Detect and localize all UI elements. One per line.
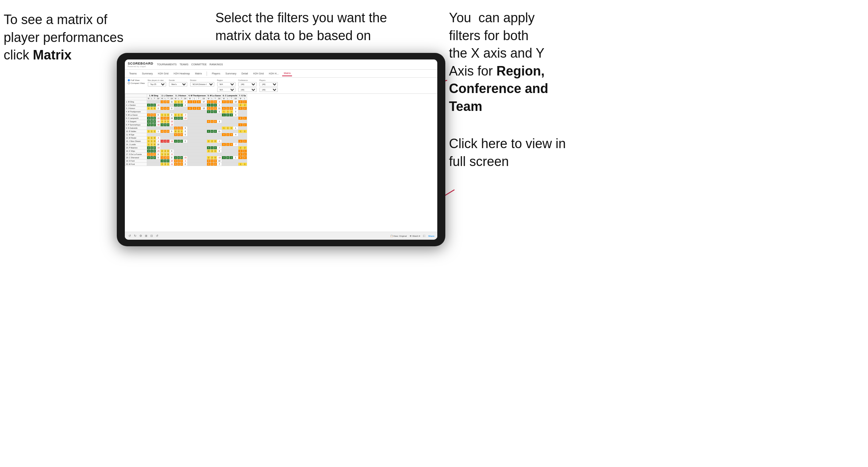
fullscreen-btn[interactable]: ⛶ — [423, 235, 425, 237]
cell-r10-c2-0: 0 — [174, 133, 177, 136]
full-view-label[interactable]: Full View — [128, 79, 145, 81]
tab-summary[interactable]: Summary — [141, 71, 154, 76]
cell-r19-c2-1: 1 — [177, 163, 180, 166]
cell-r14-c0-0: 2 — [147, 146, 150, 150]
players-select[interactable]: (All) — [260, 82, 278, 86]
conference-select2[interactable]: (All) — [238, 88, 257, 92]
cell-r0-c1-3: 11 — [169, 100, 174, 104]
tab-h2h-h[interactable]: H2H H... — [268, 71, 280, 76]
share-btn[interactable]: Share — [428, 235, 434, 237]
settings-btn[interactable]: ⚙ — [139, 234, 143, 238]
region-select2[interactable]: N/A — [217, 88, 235, 92]
gender-select[interactable]: Men's — [169, 82, 187, 86]
col-2-header: 2. L Clanton — [161, 94, 174, 97]
cell-empty-r3-c6-1 — [243, 110, 247, 113]
cell-r8-c2-2: 0 — [180, 127, 183, 130]
cell-r18-c1-0: 2 — [161, 159, 164, 163]
tab-matrix[interactable]: Matrix — [282, 71, 292, 76]
cell-r3-c5-3: 0 — [233, 110, 238, 113]
cell-empty-r8-c6-0 — [238, 127, 243, 130]
tab-players[interactable]: Players — [210, 71, 222, 76]
cell-r17-c2-1: 0 — [177, 156, 180, 159]
undo-btn[interactable]: ↺ — [128, 234, 132, 238]
cell-diag-r12-c5 — [222, 140, 238, 143]
cell-r6-c1-2: 0 — [167, 120, 170, 123]
tab-matrix-left[interactable]: Matrix — [193, 71, 203, 76]
conference-select[interactable]: (All) — [238, 82, 257, 86]
cell-diag-r2-c2 — [174, 107, 188, 110]
cell-r6-c0-3: -16 — [156, 120, 160, 123]
cell-r4-c2-3: -3 — [183, 113, 187, 117]
tab-h2h-grid2[interactable]: H2H Grid — [251, 71, 265, 76]
compact-view-radio[interactable] — [128, 82, 130, 84]
full-view-radio[interactable] — [128, 79, 130, 81]
division-select[interactable]: NCAA Division I — [190, 82, 214, 86]
cell-r0-c6-l: 2 — [243, 100, 247, 104]
redo-btn[interactable]: ↻ — [133, 234, 137, 238]
cell-diag-r15-c2 — [174, 150, 188, 153]
players-select2[interactable]: (All) — [260, 88, 278, 92]
nav-committee[interactable]: COMMITTEE — [191, 63, 207, 66]
nav-rankings[interactable]: RANKINGS — [210, 63, 223, 66]
cell-r17-c4-1: 2 — [211, 156, 214, 159]
cell-r5-c6-l: 1 — [243, 117, 247, 120]
bottom-toolbar: ↺ ↻ ⚙ ⊞ ⊡ ↺ 📋 View: Original 👁 Watch ▾ ⛶… — [125, 232, 437, 240]
cell-empty-r18-c6-0 — [238, 159, 243, 163]
cell-r2-c3-1: 1 — [192, 107, 196, 110]
cell-r19-c2-3: 0 — [183, 163, 187, 166]
reset-btn[interactable]: ↺ — [155, 234, 159, 238]
cell-r0-c2-0: 1 — [174, 100, 177, 104]
row-header-16: 17. S De La Fuente — [125, 153, 147, 156]
nav-tournaments[interactable]: TOURNAMENTS — [157, 63, 177, 66]
cell-r3-c4-1: 0 — [211, 110, 214, 113]
cell-r12-c2-1: 0 — [177, 140, 180, 143]
fit-btn[interactable]: ⊡ — [150, 234, 154, 238]
region-select[interactable]: N/A — [217, 82, 235, 86]
cell-diag-r5-c3 — [188, 117, 207, 120]
cell-diag-r11-c5 — [222, 136, 238, 140]
cell-r9-c6-w: 1 — [238, 130, 243, 133]
cell-r5-c0-1: 0 — [150, 117, 153, 120]
cell-r1-c4-2: 0 — [214, 104, 217, 107]
cell-diag-r8-c1 — [161, 127, 174, 130]
cell-r0-c5-3: 13 — [233, 100, 238, 104]
cell-r1-c2-0: 1 — [174, 104, 177, 107]
cell-r18-c4-3: 13 — [217, 159, 222, 163]
compact-view-label[interactable]: Compact View — [128, 82, 145, 84]
nav-teams[interactable]: TEAMS — [180, 63, 188, 66]
cell-r9-c1-0: 0 — [161, 130, 164, 133]
cell-r5-c2-0: 3 — [174, 117, 177, 120]
row-header-1: 2. L Clanton — [125, 104, 147, 107]
cell-r17-c5-0: 3 — [222, 156, 226, 159]
cell-r9-c0-0: 1 — [147, 130, 150, 133]
matrix-container[interactable]: 1. W Ding 2. L Clanton 3. J Koivun 4. M … — [125, 94, 437, 238]
cell-r12-c6-w: 1 — [238, 140, 243, 143]
cell-r18-c2-2: 0 — [180, 159, 183, 163]
max-players-filter: Max players in view Top 25 — [148, 79, 166, 86]
watch-btn[interactable]: 👁 Watch ▾ — [410, 235, 420, 237]
tab-h2h-heatmap[interactable]: H2H Heatmap — [172, 71, 191, 76]
cell-empty-r11-c6-0 — [238, 136, 243, 140]
cell-diag-r8-c4 — [207, 127, 222, 130]
cell-diag-r7-c2 — [174, 123, 188, 127]
cell-r19-c1-3: -11 — [169, 163, 174, 166]
cell-empty-r3-c6-0 — [238, 110, 243, 113]
tab-teams[interactable]: Teams — [128, 71, 138, 76]
cell-r18-c2-0: 0 — [174, 159, 177, 163]
cell-r0-c4-1: 1 — [211, 100, 214, 104]
max-players-select[interactable]: Top 25 — [148, 82, 166, 86]
cell-diag-r11-c4 — [207, 136, 222, 140]
cell-r15-c1-1: 2 — [164, 150, 167, 153]
cell-r5-c6-w: 0 — [238, 117, 243, 120]
tab-h2h-grid[interactable]: H2H Grid — [157, 71, 170, 76]
zoom-btn[interactable]: ⊞ — [144, 234, 148, 238]
view-radio-group: Full View Compact View — [128, 79, 145, 84]
tab-detail[interactable]: Detail — [240, 71, 249, 76]
cell-r0-c5-1: 1 — [226, 100, 230, 104]
cell-r6-c1-1: 2 — [164, 120, 167, 123]
cell-r19-c1-0: 3 — [161, 163, 164, 166]
cell-diag-r16-c3 — [188, 153, 207, 156]
tab-summary2[interactable]: Summary — [224, 71, 238, 76]
cell-diag-r3-c0 — [147, 110, 161, 113]
cell-empty-r4-c6-1 — [243, 113, 247, 117]
